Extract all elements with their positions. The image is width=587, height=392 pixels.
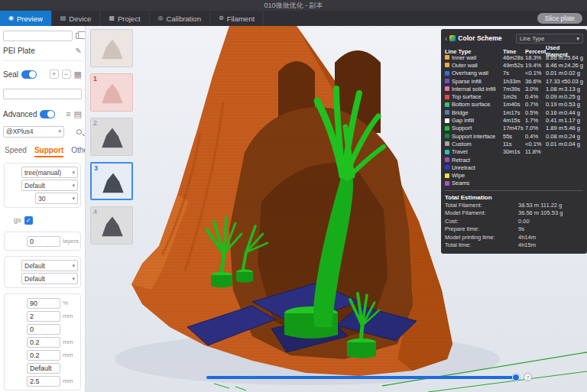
settings-tab[interactable]: Support	[34, 146, 63, 157]
line-type-color-swatch	[445, 134, 449, 138]
slider-value-badge: 7	[524, 373, 532, 381]
printer-name-input[interactable]	[3, 31, 73, 41]
line-type-color-swatch	[445, 165, 449, 170]
option-label-fragment: gs	[14, 216, 21, 224]
total-row: Model printing time: 4h14m	[445, 233, 583, 241]
line-type-color-swatch	[445, 150, 449, 154]
tab-device[interactable]: ▤ Device	[52, 11, 101, 26]
print-stats-panel: ‹ Color Scheme Line Type ▾ Line Type Tim…	[441, 29, 587, 254]
collapse-chevron-icon[interactable]: ‹	[445, 34, 447, 43]
line-type-color-swatch	[445, 157, 449, 162]
settings-tab[interactable]: Others	[71, 146, 86, 157]
chevron-down-icon: ▾	[72, 170, 75, 176]
tab-calibration[interactable]: ◎ Calibration	[150, 11, 210, 26]
plate-preview-image	[99, 37, 126, 62]
color-scheme-select[interactable]: Line Type ▾	[516, 34, 583, 44]
tab-label: Preview	[17, 15, 43, 23]
line-type-color-swatch	[445, 55, 449, 60]
advanced-label: Advanced	[3, 110, 37, 118]
plate-thumbnail[interactable]: 4	[90, 206, 133, 245]
plate-preview-image	[99, 82, 126, 106]
chevron-down-icon: ▾	[58, 128, 61, 134]
legend-row: Support interface 55s 0.4% 0.08 m 0.24 g	[445, 132, 583, 140]
setting-row: 2 mm	[5, 309, 80, 322]
edit-icon[interactable]: ✎	[76, 47, 82, 55]
filament-field[interactable]	[3, 89, 82, 99]
search-icon[interactable]	[76, 129, 82, 134]
tab-label: Project	[118, 15, 141, 23]
layer-slider[interactable]: 7	[206, 372, 527, 382]
legend-row: Bridge 1m17s 0.5% 0.16 m 0.44 g	[445, 109, 583, 116]
line-type-color-swatch	[445, 173, 449, 178]
plate-number: 1	[93, 75, 97, 83]
support-style-select[interactable]: Default▾	[21, 180, 78, 191]
document-title: 010微做优化 - 副本	[264, 1, 323, 11]
legend-row: Gap infill 4m15s 1.7% 0.41 m 1.17 g	[445, 116, 583, 124]
panel-icon[interactable]: ▤	[74, 110, 82, 118]
legend-row: Wipe	[445, 171, 583, 179]
tab-project[interactable]: ▦ Project	[100, 11, 149, 26]
threshold-angle-select[interactable]: 30▾	[35, 193, 78, 204]
seal-label: Seal	[3, 70, 18, 79]
grid-icon[interactable]: ▦	[74, 70, 82, 79]
support-advanced-group: 90 % 2 mm 0 0.2 mm	[4, 293, 81, 390]
advanced-toggle[interactable]	[40, 110, 55, 118]
copy-icon[interactable]	[76, 33, 82, 39]
main-menubar: ◉ Preview ▤ Device ▦ Project ◎ Calibrati…	[0, 11, 587, 26]
total-row: Cost: 0.00	[445, 217, 583, 225]
plate-thumbnail-list: 1 2 3 4	[90, 29, 135, 245]
add-button[interactable]: +	[50, 70, 59, 79]
setting-value-field[interactable]: 0.2	[27, 350, 60, 361]
line-type-color-swatch	[445, 95, 449, 99]
setting-value-field[interactable]: 90	[27, 298, 60, 309]
slider-track[interactable]	[206, 376, 517, 379]
raft-unit-label: layers	[63, 238, 78, 245]
setting-value-field[interactable]: 2.5	[27, 376, 60, 387]
support-option-checkbox[interactable]: ✓	[24, 216, 33, 225]
setting-row: 0.2 mm	[5, 348, 80, 361]
seal-toggle[interactable]	[21, 70, 37, 79]
setting-unit-label: mm	[63, 352, 78, 358]
divider	[3, 60, 82, 61]
plate-thumbnail[interactable]: 3	[90, 162, 133, 200]
line-type-color-swatch	[445, 118, 449, 123]
plate-thumbnail[interactable]	[90, 29, 133, 67]
preset-select[interactable]: @XPlus4 ▾	[3, 126, 64, 138]
slider-handle[interactable]	[512, 374, 520, 381]
raft-layers-field[interactable]: 0	[27, 236, 60, 247]
legend-row: Top surface 1m2s 0.4% 0.09 m 0.25 g	[445, 92, 583, 100]
settings-tabs: Speed Support Others	[3, 144, 82, 157]
chevron-down-icon: ▾	[576, 35, 579, 42]
legend-table-header: Line Type Time Percent Used filament	[445, 44, 583, 53]
plate-number: 2	[93, 119, 97, 127]
tab-filament[interactable]: ⊚ Filament	[210, 11, 264, 26]
tab-label: Calibration	[167, 15, 201, 23]
legend-row: Custom 11s <0.1% 0.01 m 0.04 g	[445, 140, 583, 147]
legend-row: Support 17m47s 7.0% 1.89 m 5.46 g	[445, 125, 583, 132]
total-row: Model Filament: 36.56 m 105.53 g	[445, 209, 583, 218]
tab-label: Filament	[227, 15, 255, 23]
total-row: Total Filament: 38.53 m 111.22 g	[445, 201, 583, 209]
remove-button[interactable]: −	[62, 70, 71, 79]
slice-plate-button[interactable]: Slice plate	[537, 13, 582, 24]
setting-row: Default	[5, 361, 80, 374]
support-interface-filament-select[interactable]: Default▾	[21, 273, 78, 284]
setting-value-field[interactable]: Default	[27, 363, 60, 374]
plate-thumbnail[interactable]: 1	[90, 73, 133, 112]
settings-tab[interactable]: Speed	[5, 146, 27, 157]
setting-value-field[interactable]: 0	[27, 324, 60, 335]
legend-row: Overhang wall 7s <0.1% 0.01 m 0.02 g	[445, 70, 583, 77]
setting-value-field[interactable]: 0.2	[27, 337, 60, 348]
support-filament-group: Default▾ Default▾	[4, 256, 81, 288]
plate-type-label: PEI Plate	[3, 47, 35, 55]
support-type-select[interactable]: tree(manual)▾	[21, 167, 78, 178]
support-filament-select[interactable]: Default▾	[21, 260, 78, 271]
plate-preview-image	[99, 171, 127, 196]
list-icon[interactable]: ≡	[66, 110, 70, 118]
tab-preview[interactable]: ◉ Preview	[0, 11, 52, 26]
setting-value-field[interactable]: 2	[27, 311, 60, 322]
plate-thumbnail[interactable]: 2	[90, 118, 133, 156]
calibration-icon: ◎	[158, 15, 164, 21]
legend-row: Travel 30m1s 11.8%	[445, 148, 583, 156]
color-scheme-label: Color Scheme	[458, 34, 501, 42]
